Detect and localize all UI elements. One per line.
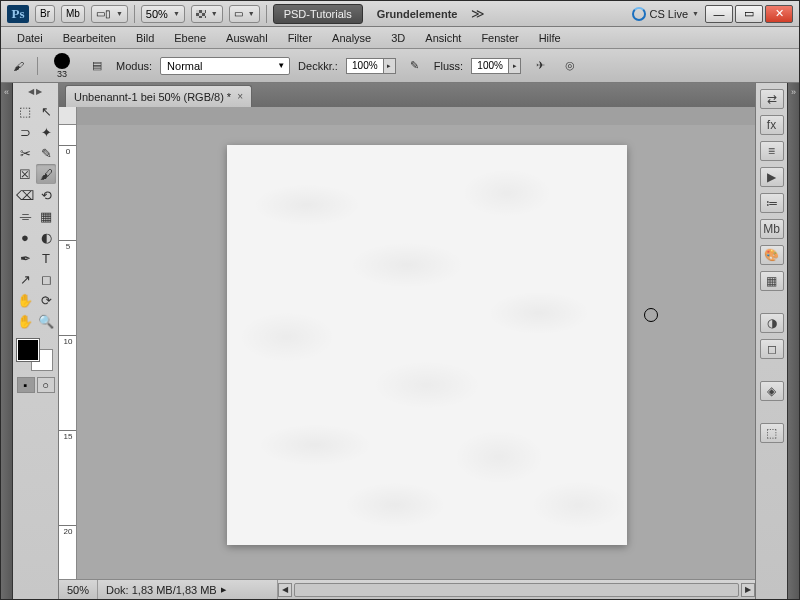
minimize-button[interactable]: — xyxy=(705,5,733,23)
pressure-size-icon[interactable]: ◎ xyxy=(559,55,581,77)
tool-3d[interactable]: ✋ xyxy=(15,290,35,310)
menu-ebene[interactable]: Ebene xyxy=(164,29,216,47)
bridge-button[interactable]: Br xyxy=(35,5,55,23)
grid-icon xyxy=(196,10,206,18)
toolbox: ⬚↖⊃✦✂✎☒🖌⌫⟲⌯▦●◐✒T↗◻✋⟳✋🔍 ▪ ○ xyxy=(13,83,59,599)
menu-3d[interactable]: 3D xyxy=(381,29,415,47)
chevron-right-icon: » xyxy=(791,87,796,97)
canvas-viewport[interactable] xyxy=(77,125,755,579)
close-tab-icon[interactable]: × xyxy=(237,91,243,102)
close-button[interactable]: ✕ xyxy=(765,5,793,23)
cs-live-icon xyxy=(632,7,646,21)
tool-zoom[interactable]: 🔍 xyxy=(36,311,56,331)
tool-magic-wand[interactable]: ✦ xyxy=(36,122,56,142)
right-panel-collapse[interactable]: » xyxy=(787,83,799,599)
menu-ansicht[interactable]: Ansicht xyxy=(415,29,471,47)
ruler-origin[interactable] xyxy=(59,107,77,125)
dock-minibridge-icon[interactable]: Mb xyxy=(760,219,784,239)
right-dock: ⇄fx≡▶≔Mb🎨▦◑◻◈⬚ xyxy=(755,83,787,599)
menu-auswahl[interactable]: Auswahl xyxy=(216,29,278,47)
quickmask-mode-icon[interactable]: ○ xyxy=(37,377,55,393)
dock-actions-icon[interactable]: ▶ xyxy=(760,167,784,187)
tool-shape[interactable]: ◻ xyxy=(36,269,56,289)
cs-live-button[interactable]: CS Live ▼ xyxy=(632,7,699,21)
brush-dot-icon xyxy=(54,53,70,69)
menu-analyse[interactable]: Analyse xyxy=(322,29,381,47)
tool-history-brush[interactable]: ⟲ xyxy=(36,185,56,205)
dock-styles-icon[interactable]: fx xyxy=(760,115,784,135)
airbrush-icon[interactable]: ✈ xyxy=(529,55,551,77)
tool-healing[interactable]: ☒ xyxy=(15,164,35,184)
tool-pen[interactable]: ✒ xyxy=(15,248,35,268)
left-panel-collapse[interactable]: « xyxy=(1,83,13,599)
screen-mode-button[interactable]: ▭ xyxy=(229,5,260,23)
modus-dropdown[interactable]: Normal▼ xyxy=(160,57,290,75)
color-swatches[interactable] xyxy=(15,337,55,373)
dock-info-icon[interactable]: ≔ xyxy=(760,193,784,213)
ruler-vertical[interactable]: 05101520 xyxy=(59,125,77,579)
workspace-psd-tutorials[interactable]: PSD-Tutorials xyxy=(273,4,363,24)
dock-history-icon[interactable]: ⇄ xyxy=(760,89,784,109)
brush-cursor-icon xyxy=(644,308,658,322)
canvas[interactable] xyxy=(227,145,627,545)
menu-bearbeiten[interactable]: Bearbeiten xyxy=(53,29,126,47)
maximize-button[interactable]: ▭ xyxy=(735,5,763,23)
photoshop-logo-icon: Ps xyxy=(7,5,29,23)
menu-fenster[interactable]: Fenster xyxy=(471,29,528,47)
document-title: Unbenannt-1 bei 50% (RGB/8) * xyxy=(74,91,231,103)
tool-stamp[interactable]: ⌫ xyxy=(15,185,35,205)
scroll-right-button[interactable]: ▶ xyxy=(741,583,755,597)
brush-preview[interactable]: 33 xyxy=(46,53,78,79)
horizontal-scrollbar[interactable] xyxy=(294,583,739,597)
dock-layers-icon[interactable]: ◈ xyxy=(760,381,784,401)
toolbox-collapse[interactable] xyxy=(15,87,56,97)
tool-text[interactable]: T xyxy=(36,248,56,268)
dock-masks-icon[interactable]: ◑ xyxy=(760,313,784,333)
tool-marquee[interactable]: ⬚ xyxy=(15,101,35,121)
deckkr-label: Deckkr.: xyxy=(298,60,338,72)
zoom-dropdown[interactable]: 50% xyxy=(141,5,185,23)
status-zoom[interactable]: 50% xyxy=(59,580,98,599)
dock-channels-icon[interactable]: ◻ xyxy=(760,339,784,359)
chevron-left-icon: « xyxy=(4,87,9,97)
tool-preset-icon[interactable]: 🖌 xyxy=(7,55,29,77)
tool-brush[interactable]: 🖌 xyxy=(36,164,56,184)
fluss-input[interactable]: 100% xyxy=(471,58,509,74)
tool-3d-rotate[interactable]: ⟳ xyxy=(36,290,56,310)
pressure-opacity-icon[interactable]: ✎ xyxy=(404,55,426,77)
view-grid-button[interactable] xyxy=(191,5,223,23)
dock-adjustments-icon[interactable]: ≡ xyxy=(760,141,784,161)
foreground-color[interactable] xyxy=(17,339,39,361)
fluss-label: Fluss: xyxy=(434,60,463,72)
menu-bild[interactable]: Bild xyxy=(126,29,164,47)
menu-datei[interactable]: Datei xyxy=(7,29,53,47)
scroll-left-button[interactable]: ◀ xyxy=(278,583,292,597)
document-tab-bar: Unbenannt-1 bei 50% (RGB/8) * × xyxy=(59,83,755,107)
tool-eyedropper[interactable]: ✎ xyxy=(36,143,56,163)
standard-mode-icon[interactable]: ▪ xyxy=(17,377,35,393)
menu-hilfe[interactable]: Hilfe xyxy=(529,29,571,47)
tool-blur[interactable]: ● xyxy=(15,227,35,247)
fluss-flyout[interactable]: ▸ xyxy=(509,58,521,74)
status-doc-size[interactable]: Dok: 1,83 MB/1,83 MB▶ xyxy=(98,580,278,599)
dock-color-icon[interactable]: 🎨 xyxy=(760,245,784,265)
more-workspaces-icon[interactable]: ≫ xyxy=(471,6,485,21)
document-tab[interactable]: Unbenannt-1 bei 50% (RGB/8) * × xyxy=(65,85,252,107)
tool-eraser[interactable]: ⌯ xyxy=(15,206,35,226)
menu-filter[interactable]: Filter xyxy=(278,29,322,47)
tool-gradient[interactable]: ▦ xyxy=(36,206,56,226)
layout-button[interactable]: ▭▯ xyxy=(91,5,128,23)
deckkr-flyout[interactable]: ▸ xyxy=(384,58,396,74)
tool-move[interactable]: ↖ xyxy=(36,101,56,121)
tool-path-select[interactable]: ↗ xyxy=(15,269,35,289)
tool-crop[interactable]: ✂ xyxy=(15,143,35,163)
tool-dodge[interactable]: ◐ xyxy=(36,227,56,247)
dock-swatches-icon[interactable]: ▦ xyxy=(760,271,784,291)
deckkr-input[interactable]: 100% xyxy=(346,58,384,74)
tool-hand[interactable]: ✋ xyxy=(15,311,35,331)
brush-panel-icon[interactable]: ▤ xyxy=(86,55,108,77)
workspace-grundelemente[interactable]: Grundelemente xyxy=(369,8,466,20)
dock-paths-icon[interactable]: ⬚ xyxy=(760,423,784,443)
minibridge-button[interactable]: Mb xyxy=(61,5,85,23)
tool-lasso[interactable]: ⊃ xyxy=(15,122,35,142)
